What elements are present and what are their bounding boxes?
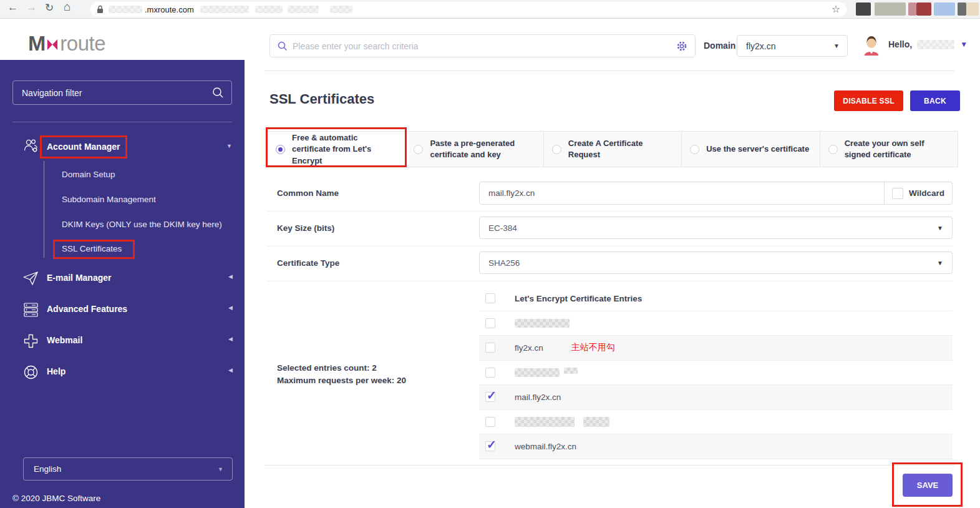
key-size-select[interactable]: EC-384 ▼ (479, 217, 953, 239)
sidebar-item-help[interactable]: Help (47, 366, 65, 376)
entry-checkbox[interactable] (485, 318, 495, 328)
extension-icon[interactable] (875, 2, 906, 16)
entry-checkbox[interactable] (485, 417, 495, 427)
tab-label: Free & automatic certificate from Let's … (292, 132, 397, 167)
select-all-checkbox[interactable] (485, 293, 495, 303)
back-icon[interactable]: ← (7, 1, 18, 14)
wildcard-checkbox[interactable] (892, 188, 903, 199)
gear-icon[interactable] (676, 41, 687, 52)
search-icon (212, 87, 224, 99)
sidebar-item-account-manager[interactable]: Account Manager (47, 142, 120, 152)
bookmark-star-icon[interactable]: ☆ (832, 4, 840, 14)
address-bar[interactable]: .mxroute.com ☆ (90, 2, 847, 17)
refresh-icon[interactable]: ↻ (45, 1, 54, 14)
sidebar-item-domain-setup[interactable]: Domain Setup (62, 170, 115, 179)
divider (12, 122, 232, 122)
extension-icon[interactable] (934, 2, 955, 16)
back-button[interactable]: BACK (910, 90, 960, 111)
entries-header-row: Let's Encrypt Certificate Entries (479, 286, 953, 311)
certificate-type-label: Certificate Type (277, 258, 339, 268)
entries-header-label: Let's Encrypt Certificate Entries (515, 294, 642, 303)
url-redacted-segment (255, 6, 283, 13)
language-select-value: English (34, 464, 61, 474)
url-redacted-segment (200, 6, 249, 13)
save-button[interactable]: SAVE (903, 474, 953, 497)
url-text: .mxroute.com (145, 5, 194, 14)
common-name-input[interactable] (480, 182, 885, 204)
language-select[interactable]: English ▼ (23, 457, 233, 481)
chevron-left-icon[interactable]: ◀ (228, 273, 233, 280)
tab-certificate-request[interactable]: Create A Certificate Request (544, 132, 682, 167)
chevron-down-icon: ▼ (218, 466, 223, 472)
sidebar-item-subdomain-management[interactable]: Subdomain Management (62, 195, 156, 204)
mxroute-logo: M route (28, 31, 105, 56)
chevron-down-icon: ▼ (960, 40, 968, 49)
extension-icon[interactable] (908, 2, 916, 16)
entry-checkbox[interactable] (485, 368, 495, 378)
sidebar-item-advanced-features[interactable]: Advanced Features (47, 304, 127, 314)
disable-ssl-button[interactable]: DISABLE SSL (834, 90, 903, 111)
extension-icon[interactable] (916, 2, 931, 16)
entry-label-redacted (515, 319, 570, 328)
sidebar-item-ssl-certificates[interactable]: SSL Certificates (62, 244, 122, 253)
account-manager-icon (22, 137, 39, 154)
forward-icon[interactable]: → (26, 1, 37, 14)
entry-row: ✓ webmail.fly2x.cn (479, 434, 953, 459)
chevron-down-icon[interactable]: ▼ (226, 143, 232, 149)
wildcard-toggle[interactable]: Wildcard (885, 182, 952, 204)
divider (265, 71, 954, 71)
entry-label: mail.fly2x.cn (515, 393, 561, 402)
extension-icon[interactable] (856, 2, 871, 16)
radio-selected-icon (276, 145, 285, 154)
search-icon (278, 41, 288, 51)
navigation-filter-input[interactable] (12, 81, 232, 105)
common-name-group: Wildcard (479, 182, 953, 205)
selected-entries-count: Selected entries count: 2 (277, 363, 377, 373)
wildcard-label: Wildcard (909, 188, 944, 198)
chevron-left-icon[interactable]: ◀ (228, 336, 233, 342)
domain-select-value: fly2x.cn (746, 41, 775, 51)
extension-icon[interactable] (958, 2, 966, 16)
username-redacted (917, 40, 954, 49)
radio-icon (552, 145, 561, 154)
search-input[interactable] (293, 41, 676, 51)
radio-icon (828, 145, 838, 154)
tab-paste-certificate[interactable]: Paste a pre-generated certificate and ke… (405, 132, 543, 167)
tab-self-signed[interactable]: Create your own self signed certificate (820, 132, 958, 167)
radio-icon (414, 145, 423, 154)
chevron-left-icon[interactable]: ◀ (228, 305, 233, 311)
submenu-guide-line (44, 161, 44, 258)
entry-checkbox-checked[interactable]: ✓ (485, 392, 495, 402)
logo-arrows-icon (46, 37, 59, 52)
logo-letter-m: M (28, 31, 45, 56)
tab-label: Create your own self signed certificate (845, 138, 949, 160)
max-requests-per-week: Maximum requests per week: 20 (277, 376, 406, 385)
tab-free-letsencrypt[interactable]: Free & automatic certificate from Let's … (268, 132, 405, 167)
key-size-label: Key Size (bits) (277, 223, 334, 233)
certificate-type-select[interactable]: SHA256 ▼ (479, 252, 953, 274)
domain-select[interactable]: fly2x.cn ▼ (737, 35, 848, 57)
chevron-down-icon: ▼ (833, 42, 840, 49)
entry-checkbox-checked[interactable]: ✓ (485, 441, 495, 451)
global-search[interactable] (269, 34, 696, 57)
entry-row (479, 410, 953, 435)
entry-row: ✓ mail.fly2x.cn (479, 385, 953, 410)
home-icon[interactable]: ⌂ (64, 0, 70, 14)
tab-server-certificate[interactable]: Use the server's certificate (682, 132, 820, 167)
tab-label: Create A Certificate Request (568, 138, 673, 160)
chevron-left-icon[interactable]: ◀ (228, 367, 233, 373)
entry-checkbox[interactable] (485, 343, 495, 353)
greeting-text: Hello, (888, 39, 912, 49)
certificate-type-tabs: Free & automatic certificate from Let's … (267, 131, 958, 167)
sidebar-item-email-manager[interactable]: E-mail Manager (47, 273, 111, 283)
chevron-down-icon: ▼ (937, 260, 943, 266)
sidebar-item-dkim-keys[interactable]: DKIM Keys (ONLY use the DKIM key here) (62, 220, 222, 229)
sidebar-item-webmail[interactable]: Webmail (47, 335, 82, 345)
user-menu[interactable]: Hello, ▼ (888, 39, 968, 49)
divider (267, 281, 953, 281)
avatar (862, 36, 881, 56)
divider (267, 246, 953, 247)
url-redacted-segment (109, 6, 142, 13)
extension-icon[interactable] (966, 2, 979, 16)
divider (267, 211, 953, 212)
